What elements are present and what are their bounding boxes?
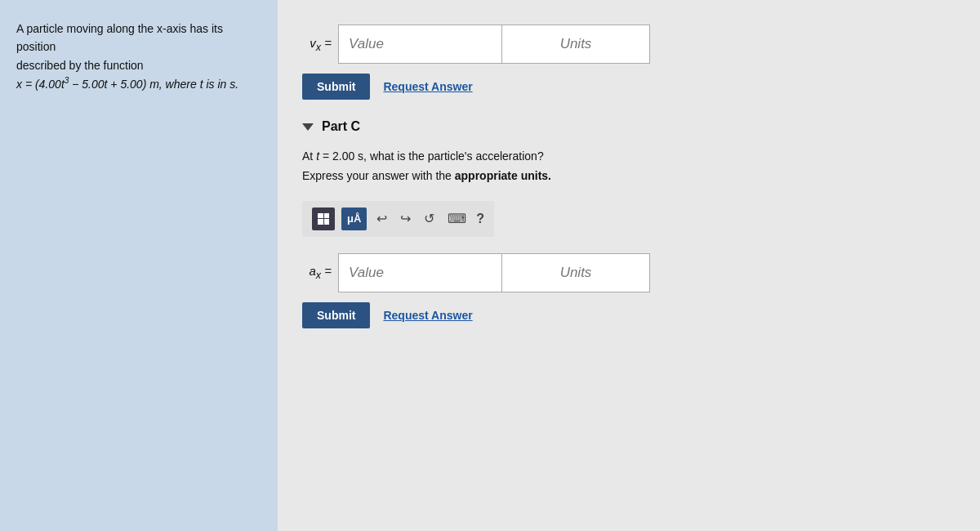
part-c-units-input[interactable] [502, 254, 649, 292]
matrix-icon-button[interactable] [312, 207, 335, 230]
part-b-answer-row: vx = [302, 25, 956, 64]
undo-button[interactable]: ↩ [373, 209, 390, 228]
grid-icon [318, 213, 329, 225]
right-panel: vx = Submit Request Answer Part C At t =… [278, 0, 980, 531]
refresh-button[interactable]: ↺ [421, 209, 438, 228]
part-c-header: Part C [302, 119, 956, 134]
help-button[interactable]: ? [476, 212, 484, 226]
part-b-submit-row: Submit Request Answer [302, 74, 956, 100]
main-container: A particle moving along the x-axis has i… [0, 0, 980, 531]
part-b-submit-button[interactable]: Submit [302, 74, 370, 100]
part-c-value-input[interactable] [339, 254, 502, 292]
problem-text: A particle moving along the x-axis has i… [16, 20, 261, 93]
mu-a-label: μÅ [347, 212, 361, 225]
left-panel: A particle moving along the x-axis has i… [0, 0, 278, 531]
problem-line3: x = (4.00t3 − 5.00t + 5.00) m, where t i… [16, 78, 238, 91]
part-b-units-input[interactable] [502, 25, 649, 63]
part-c-submit-button[interactable]: Submit [302, 302, 370, 328]
part-c-question-line2: Express your answer with the appropriate… [302, 169, 551, 182]
problem-line2: described by the function [16, 59, 144, 72]
ax-label: ax = [302, 264, 332, 281]
problem-line1: A particle moving along the x-axis has i… [16, 22, 223, 53]
part-b-request-answer-button[interactable]: Request Answer [383, 80, 472, 93]
redo-button[interactable]: ↪ [397, 209, 414, 228]
part-b-answer-box [338, 25, 650, 64]
vx-label: vx = [302, 36, 332, 53]
part-c-submit-row: Submit Request Answer [302, 302, 956, 328]
toolbar: μÅ ↩ ↪ ↺ ⌨ ? [302, 201, 494, 237]
part-c-label: Part C [322, 119, 360, 134]
part-c-request-answer-button[interactable]: Request Answer [383, 309, 472, 322]
part-c-answer-box [338, 253, 650, 292]
part-c-question: At t = 2.00 s, what is the particle's ac… [302, 147, 956, 186]
part-c-answer-row: ax = [302, 253, 956, 292]
part-c-question-line1: At t = 2.00 s, what is the particle's ac… [302, 149, 544, 163]
part-b-value-input[interactable] [339, 25, 502, 63]
mu-a-button[interactable]: μÅ [341, 207, 367, 230]
part-c-chevron-icon[interactable] [302, 123, 314, 131]
keyboard-button[interactable]: ⌨ [444, 209, 470, 228]
